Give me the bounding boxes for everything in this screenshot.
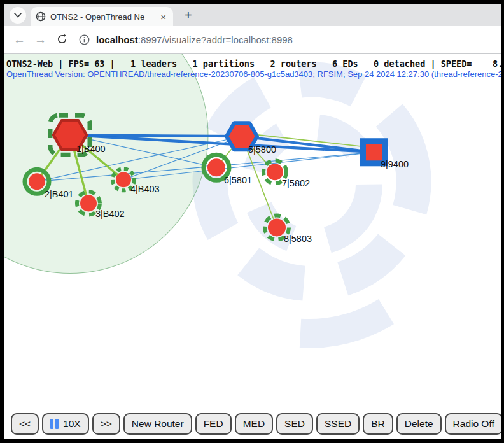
watermark-arc xyxy=(300,312,386,334)
end-device-circle[interactable] xyxy=(268,218,286,236)
border-router-inner xyxy=(366,144,382,160)
toolbar-button-label: New Router xyxy=(132,418,184,430)
node-label: 9|9400 xyxy=(381,159,409,169)
toolbar-button-ssed[interactable]: SSED xyxy=(316,413,360,435)
node-label: 7|5802 xyxy=(282,178,310,188)
browser-tab[interactable]: OTNS2 - OpenThread Ne × xyxy=(31,7,173,26)
end-device-circle[interactable] xyxy=(116,172,131,187)
node-label: 1|B400 xyxy=(76,144,106,154)
toolbar-button-label: Radio Off xyxy=(453,418,494,430)
url-path: :8997/visualize?addr=localhost:8998 xyxy=(138,34,293,45)
toolbar-button-label: FED xyxy=(204,418,223,430)
node-label: 4|B403 xyxy=(130,184,160,194)
reload-button[interactable] xyxy=(57,34,67,46)
toolbar-button-label: >> xyxy=(101,418,112,430)
network-svg[interactable]: 1|B4002|B4013|B4024|B4035|58006|58017|58… xyxy=(4,54,501,439)
url-text: localhost:8997/visualize?addr=localhost:… xyxy=(96,34,293,45)
radio-range-circle xyxy=(4,54,208,274)
toolbar-button-10x[interactable]: 10X xyxy=(42,413,89,435)
toolbar-button-label: Delete xyxy=(405,418,433,430)
tab-strip: OTNS2 - OpenThread Ne × + xyxy=(4,4,501,26)
toolbar-button-label: BR xyxy=(371,418,385,430)
node-label: 8|5803 xyxy=(284,234,312,244)
address-field[interactable]: localhost:8997/visualize?addr=localhost:… xyxy=(79,34,501,45)
globe-icon xyxy=(36,11,46,22)
tab-search-button[interactable] xyxy=(10,7,26,24)
reload-icon xyxy=(57,34,67,45)
toolbar-button-delete[interactable]: Delete xyxy=(396,413,442,435)
node-label: 6|5801 xyxy=(224,175,252,185)
toolbar-button-label: SED xyxy=(284,418,305,430)
node-6|5801[interactable]: 6|5801 xyxy=(204,155,252,185)
toolbar-button-label: SSED xyxy=(325,418,351,430)
page-info-icon[interactable] xyxy=(79,34,90,45)
chevron-down-icon xyxy=(14,13,22,18)
toolbar-button--[interactable]: << xyxy=(11,413,39,435)
toolbar-button-br[interactable]: BR xyxy=(363,413,393,435)
toolbar-button-med[interactable]: MED xyxy=(235,413,273,435)
tab-title: OTNS2 - OpenThread Ne xyxy=(50,12,158,22)
back-button[interactable]: ← xyxy=(13,34,25,46)
new-tab-button[interactable]: + xyxy=(181,8,196,23)
forward-button[interactable]: → xyxy=(34,34,46,46)
toolbar-button-label: MED xyxy=(243,418,265,430)
toolbar-button-fed[interactable]: FED xyxy=(195,413,232,435)
toolbar-button-new-router[interactable]: New Router xyxy=(123,413,192,435)
node-label: 3|B402 xyxy=(95,209,125,219)
watermark-ring xyxy=(183,54,440,310)
url-bar: ← → localhost:8997/visualize?addr=localh… xyxy=(4,26,501,54)
node-label: 2|B401 xyxy=(45,189,74,199)
simulation-canvas[interactable]: 1|B4002|B4013|B4024|B4035|58006|58017|58… xyxy=(4,54,501,439)
toolbar-button-sed[interactable]: SED xyxy=(276,413,313,435)
end-device-circle[interactable] xyxy=(29,173,45,190)
node-label: 5|5800 xyxy=(248,144,276,155)
toolbar-button--[interactable]: >> xyxy=(92,413,120,435)
browser-window: OTNS2 - OpenThread Ne × + ← → xyxy=(0,0,504,443)
toolbar-button-radio-off[interactable]: Radio Off xyxy=(445,413,501,435)
control-toolbar: <<10X>>New RouterFEDMEDSEDSSEDBRDeleteRa… xyxy=(11,413,501,435)
toolbar-button-label: << xyxy=(19,418,31,430)
tab-close-button[interactable]: × xyxy=(158,12,168,22)
pause-icon xyxy=(50,419,59,429)
end-device-circle[interactable] xyxy=(80,195,97,211)
url-host: localhost xyxy=(96,34,138,45)
end-device-circle[interactable] xyxy=(207,158,225,176)
end-device-circle[interactable] xyxy=(267,164,283,180)
toolbar-button-label: 10X xyxy=(63,418,81,430)
